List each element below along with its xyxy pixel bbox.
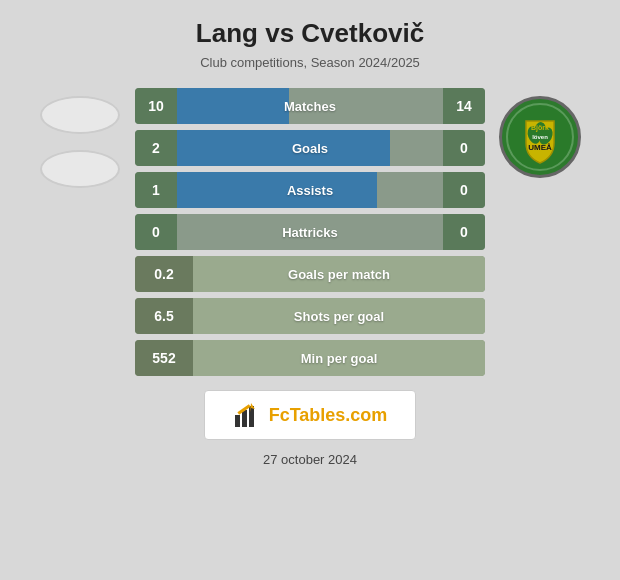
svg-rect-7 bbox=[235, 415, 240, 427]
stat-left-value: 0.2 bbox=[135, 256, 193, 292]
page-subtitle: Club competitions, Season 2024/2025 bbox=[200, 55, 420, 70]
right-team-logo: Björk löven UMEÅ bbox=[502, 99, 578, 175]
stat-right-value: 0 bbox=[443, 130, 485, 166]
fctables-logo-icon bbox=[233, 401, 261, 429]
stat-row: 1Assists0 bbox=[135, 172, 485, 208]
stat-row: 2Goals0 bbox=[135, 130, 485, 166]
stat-row: 0Hattricks0 bbox=[135, 214, 485, 250]
comparison-section: 10Matches142Goals01Assists00Hattricks00.… bbox=[10, 88, 610, 376]
left-logos bbox=[25, 88, 135, 188]
stat-left-value: 1 bbox=[135, 172, 177, 208]
right-team-badge: Björk löven UMEÅ bbox=[499, 96, 581, 178]
date-label: 27 october 2024 bbox=[263, 452, 357, 467]
left-bar-fill bbox=[177, 88, 289, 124]
fctables-banner: FcTables.com bbox=[204, 390, 417, 440]
stat-label: Goals per match bbox=[193, 267, 485, 282]
stat-row: 6.5Shots per goal bbox=[135, 298, 485, 334]
stat-row: 10Matches14 bbox=[135, 88, 485, 124]
page-title: Lang vs Cvetkovič bbox=[196, 18, 424, 49]
stats-grid: 10Matches142Goals01Assists00Hattricks00.… bbox=[135, 88, 485, 376]
svg-text:löven: löven bbox=[532, 134, 548, 140]
left-bar-fill bbox=[177, 130, 390, 166]
stat-left-value: 10 bbox=[135, 88, 177, 124]
right-logo-area: Björk löven UMEÅ bbox=[485, 88, 595, 178]
left-team-logo-bottom bbox=[40, 150, 120, 188]
stat-left-value: 6.5 bbox=[135, 298, 193, 334]
stat-row: 552Min per goal bbox=[135, 340, 485, 376]
stat-row: 0.2Goals per match bbox=[135, 256, 485, 292]
page-container: Lang vs Cvetkovič Club competitions, Sea… bbox=[0, 0, 620, 580]
svg-rect-9 bbox=[249, 406, 254, 427]
stat-label: Shots per goal bbox=[193, 309, 485, 324]
svg-rect-8 bbox=[242, 410, 247, 427]
stat-left-value: 0 bbox=[135, 214, 177, 250]
svg-text:Björk: Björk bbox=[531, 124, 549, 132]
fctables-label: FcTables.com bbox=[269, 405, 388, 426]
stat-right-value: 14 bbox=[443, 88, 485, 124]
stat-right-value: 0 bbox=[443, 172, 485, 208]
stat-right-value: 0 bbox=[443, 214, 485, 250]
stat-left-value: 552 bbox=[135, 340, 193, 376]
left-bar-fill bbox=[177, 172, 377, 208]
stat-label: Hattricks bbox=[177, 225, 443, 240]
stat-left-value: 2 bbox=[135, 130, 177, 166]
stat-label: Min per goal bbox=[193, 351, 485, 366]
left-team-logo-top bbox=[40, 96, 120, 134]
svg-text:UMEÅ: UMEÅ bbox=[528, 143, 552, 152]
